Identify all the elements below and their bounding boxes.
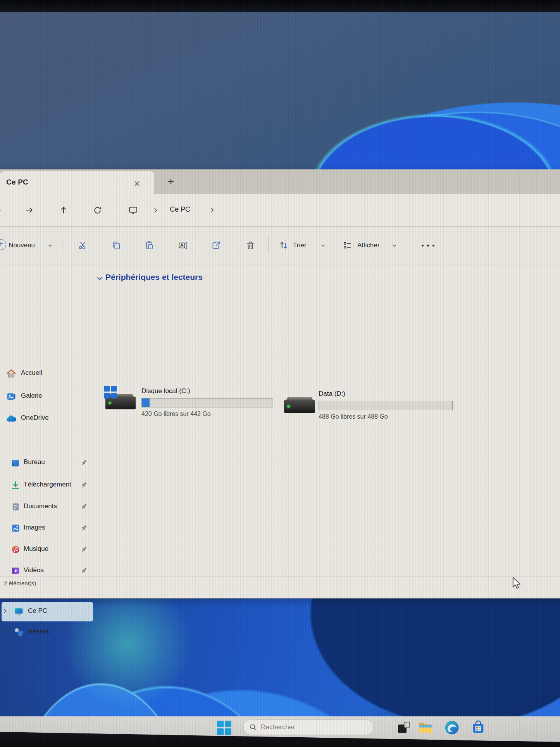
tab-ce-pc[interactable]: Ce PC <box>0 171 154 194</box>
pin-icon <box>81 503 88 510</box>
sidebar-divider <box>4 442 90 442</box>
new-tab-button[interactable]: + <box>164 175 177 188</box>
drive-usage-fill <box>142 399 150 407</box>
videos-icon <box>11 566 20 575</box>
forward-button[interactable] <box>22 203 36 217</box>
search-icon <box>249 723 257 731</box>
pin-icon <box>81 524 88 531</box>
file-explorer-window: Ce PC + <box>0 169 560 599</box>
status-bar: 2 élément(s) <box>0 576 560 598</box>
onedrive-cloud-icon <box>6 415 17 423</box>
new-item-icon: + <box>0 239 6 250</box>
sidebar-item-ce-pc[interactable]: Ce PC <box>2 602 93 621</box>
document-icon <box>11 502 20 511</box>
desktop-wallpaper-top <box>0 12 560 169</box>
monitor-bezel-top <box>0 0 560 12</box>
sidebar-item-galerie[interactable]: Galerie <box>2 388 93 405</box>
sidebar-item-bureau[interactable]: Bureau <box>2 454 93 472</box>
sort-button[interactable]: Trier <box>293 237 306 254</box>
view-button[interactable]: Afficher <box>357 237 379 254</box>
items-count: 2 élément(s) <box>4 580 36 587</box>
edge-taskbar-button[interactable] <box>444 720 460 735</box>
file-explorer-icon <box>418 720 433 735</box>
share-button[interactable] <box>208 237 225 254</box>
command-toolbar: + Nouveau <box>0 227 560 264</box>
gallery-icon <box>7 392 16 401</box>
task-view-icon <box>397 721 411 735</box>
tab-title: Ce PC <box>6 178 28 186</box>
more-options-button[interactable] <box>417 237 439 254</box>
microsoft-store-icon <box>470 720 486 735</box>
home-icon <box>6 369 16 379</box>
tab-bar: Ce PC + <box>0 169 560 194</box>
breadcrumb-location[interactable]: Ce PC <box>170 205 190 214</box>
this-pc-location-icon[interactable] <box>126 203 140 217</box>
drive-name: Disque local (C:) <box>141 387 190 395</box>
rename-button[interactable] <box>174 237 191 254</box>
edge-browser-icon <box>444 720 460 735</box>
start-button[interactable] <box>216 720 232 735</box>
address-bar: Ce PC <box>0 194 560 227</box>
explorer-body: Accueil Galerie OneDrive Bureau <box>0 264 560 576</box>
sidebar-item-reseau[interactable]: Réseau <box>2 623 93 641</box>
pin-icon <box>81 546 88 553</box>
task-view-button[interactable] <box>396 720 412 735</box>
pictures-icon <box>11 524 20 533</box>
drive-free-space: 420 Go libres sur 442 Go <box>141 411 211 417</box>
paste-button[interactable] <box>141 237 158 254</box>
tab-close-icon[interactable] <box>131 178 143 189</box>
windows-start-icon <box>217 721 231 735</box>
this-pc-icon <box>14 607 24 616</box>
breadcrumb-chevron-icon[interactable] <box>150 203 160 217</box>
sort-icon[interactable] <box>276 237 291 254</box>
sort-chevron-icon[interactable] <box>319 237 327 254</box>
view-icon[interactable] <box>339 237 355 254</box>
view-chevron-icon[interactable] <box>390 237 398 254</box>
download-icon <box>11 481 20 490</box>
pin-icon <box>81 481 88 488</box>
up-button[interactable] <box>56 203 71 217</box>
sidebar-item-musique[interactable]: Musique <box>2 541 93 559</box>
new-chevron-icon[interactable] <box>46 237 54 254</box>
file-explorer-taskbar-button[interactable] <box>418 720 433 735</box>
cut-button[interactable] <box>74 237 91 254</box>
sidebar-item-telechargement[interactable]: Téléchargement <box>2 476 93 494</box>
screen-photo: Ce PC + <box>0 0 560 747</box>
copy-button[interactable] <box>108 237 125 254</box>
breadcrumb-chevron-icon-2[interactable] <box>207 203 217 217</box>
hard-drive-icon <box>284 400 315 413</box>
network-icon <box>14 627 24 637</box>
drive-name: Data (D:) <box>319 390 345 398</box>
taskbar-search-input[interactable]: Rechercher <box>243 719 374 735</box>
sidebar-item-onedrive[interactable]: OneDrive <box>2 410 93 428</box>
pin-icon <box>81 567 88 574</box>
expand-chevron-icon[interactable] <box>2 629 9 635</box>
refresh-button[interactable] <box>90 203 105 217</box>
desktop-icon <box>11 459 20 468</box>
sidebar-item-documents[interactable]: Documents <box>2 498 93 516</box>
drive-usage-bar <box>319 401 453 410</box>
windows-logo-icon <box>104 386 117 399</box>
new-button[interactable]: Nouveau <box>9 237 35 254</box>
search-placeholder: Rechercher <box>261 723 295 731</box>
section-title[interactable]: Périphériques et lecteurs <box>105 273 203 282</box>
sidebar-item-accueil[interactable]: Accueil <box>2 365 93 383</box>
section-collapse-icon[interactable] <box>96 275 103 282</box>
back-button[interactable] <box>0 203 5 217</box>
delete-button[interactable] <box>242 237 259 254</box>
pin-icon <box>81 459 88 466</box>
sidebar-item-images[interactable]: Images <box>2 519 93 537</box>
drive-free-space: 488 Go libres sur 488 Go <box>319 413 388 420</box>
music-icon <box>11 545 20 554</box>
mouse-cursor <box>510 576 523 591</box>
drive-usage-bar <box>141 398 272 407</box>
expand-chevron-icon[interactable] <box>2 608 9 614</box>
store-taskbar-button[interactable] <box>470 720 486 735</box>
